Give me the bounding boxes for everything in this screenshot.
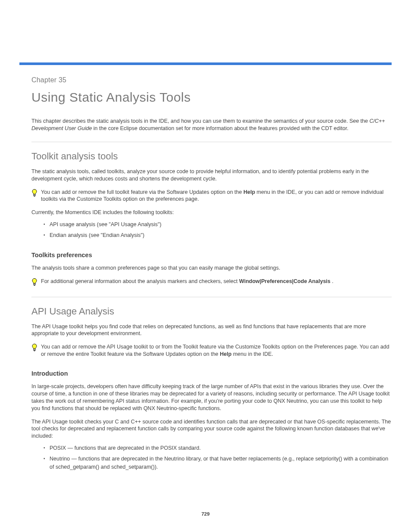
list-item: • Neutrino — functions that are deprecat… <box>44 455 392 471</box>
api-intro-p2: The API Usage toolkit checks your C and … <box>31 418 392 440</box>
toolkit-bullet-list: • API usage analysis (see "API Usage Ana… <box>44 221 392 240</box>
list-item: • Endian analysis (see "Endian Analysis"… <box>44 231 392 240</box>
intro-prefix: This chapter describes the static analys… <box>31 118 369 124</box>
api-tip: You can add or remove the API Usage tool… <box>31 343 392 358</box>
tip1-prefix: You can add or remove the full toolkit f… <box>41 189 243 195</box>
api-tip-prefix: You can add or remove the API Usage tool… <box>41 344 389 357</box>
list-item: • API usage analysis (see "API Usage Ana… <box>44 221 392 229</box>
bullet-dot: • <box>44 444 50 451</box>
tip2-suffix: . <box>332 278 333 284</box>
bullet-dot: • <box>44 455 50 462</box>
tip2-prefix: For additional general information about… <box>41 278 239 284</box>
api-tip-suffix: menu in the IDE. <box>233 351 273 357</box>
lightbulb-icon <box>31 278 41 287</box>
bullet-text: API usage analysis (see "API Usage Analy… <box>50 221 162 229</box>
chapter-title: Using Static Analysis Tools <box>31 90 392 105</box>
intro-suffix: in the core Eclipse documentation set fo… <box>93 125 349 131</box>
bullet-text: POSIX — functions that are deprecated in… <box>50 444 201 452</box>
api-bullet-list: • POSIX — functions that are deprecated … <box>44 444 392 471</box>
section-title-api: API Usage Analysis <box>31 306 392 317</box>
toolkit-tip-1: You can add or remove the full toolkit f… <box>31 189 392 203</box>
section-divider <box>31 142 392 142</box>
toolkit-tip-2: For additional general information about… <box>31 278 392 287</box>
title-rule <box>19 62 392 65</box>
api-intro-p1: In large-scale projects, developers ofte… <box>31 383 392 412</box>
list-item: • POSIX — functions that are deprecated … <box>44 444 392 452</box>
lightbulb-icon <box>31 343 41 353</box>
section-divider <box>31 297 392 297</box>
tip1-bold: Help <box>243 189 255 195</box>
page-number: 729 <box>0 511 411 516</box>
svg-rect-1 <box>34 196 35 196</box>
tip2-bold: Window|Preferences|Code Analysis <box>239 278 330 284</box>
subsection-title-intro: Introduction <box>31 370 392 377</box>
api-p1: The API Usage toolkit helps you find cod… <box>31 323 392 338</box>
svg-rect-0 <box>34 194 35 196</box>
toolkit-p2: Currently, the Momentics IDE includes th… <box>31 209 392 216</box>
api-tip-bold: Help <box>220 351 231 357</box>
chapter-label: Chapter 35 <box>31 76 392 84</box>
svg-rect-2 <box>34 283 35 285</box>
svg-rect-3 <box>34 285 35 286</box>
section-title-toolkit: Toolkit analysis tools <box>31 151 392 162</box>
subsection-title-prefs: Toolkits preferences <box>31 252 392 258</box>
bullet-text: Neutrino — functions that are deprecated… <box>50 455 392 471</box>
svg-rect-4 <box>34 349 35 351</box>
intro-paragraph: This chapter describes the static analys… <box>31 118 392 132</box>
toolkit-p1: The static analysis tools, called toolki… <box>31 168 392 183</box>
lightbulb-icon <box>31 189 41 198</box>
bullet-text: Endian analysis (see "Endian Analysis") <box>50 231 144 240</box>
prefs-p: The analysis tools share a common prefer… <box>31 264 392 272</box>
bullet-dot: • <box>44 231 50 238</box>
svg-rect-5 <box>34 351 35 352</box>
bullet-dot: • <box>44 221 50 227</box>
